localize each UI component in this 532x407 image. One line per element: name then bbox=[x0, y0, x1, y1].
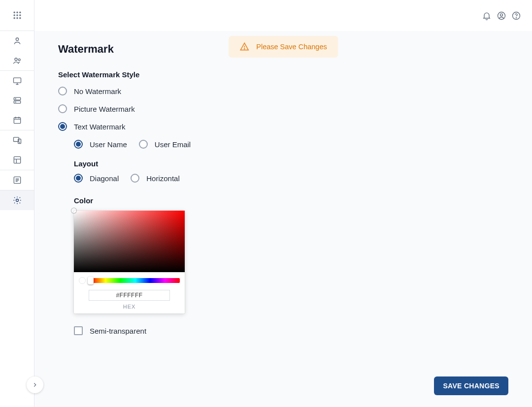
sidebar-item-calendar[interactable] bbox=[0, 110, 34, 130]
help-circle-icon bbox=[511, 11, 521, 21]
hex-label: HEX bbox=[79, 304, 180, 310]
svg-point-27 bbox=[516, 17, 517, 18]
radio-label: Horizontal bbox=[146, 174, 180, 183]
svg-point-23 bbox=[16, 199, 18, 202]
radio-user-email[interactable]: User Email bbox=[139, 140, 191, 149]
svg-point-15 bbox=[15, 98, 16, 99]
radio-label: Text Watermark bbox=[74, 123, 125, 131]
radio-label: User Name bbox=[90, 140, 127, 149]
radio-label: Picture Watermark bbox=[74, 105, 135, 113]
radio-diagonal[interactable]: Diagonal bbox=[74, 174, 119, 183]
hex-input[interactable] bbox=[89, 290, 170, 301]
radio-indicator bbox=[74, 174, 83, 183]
bell-icon bbox=[482, 11, 492, 21]
save-changes-button[interactable]: SAVE CHANGES bbox=[434, 376, 508, 395]
svg-rect-21 bbox=[14, 157, 20, 163]
sidebar-item-devices[interactable] bbox=[0, 130, 34, 150]
sidebar-item-server[interactable] bbox=[0, 91, 34, 110]
main: Please Save Changes Watermark Select Wat… bbox=[34, 0, 532, 407]
radio-indicator bbox=[58, 104, 67, 113]
monitor-icon bbox=[12, 76, 22, 86]
svg-point-20 bbox=[19, 142, 20, 143]
sidebar-expand-button[interactable] bbox=[27, 376, 43, 393]
svg-rect-14 bbox=[14, 101, 20, 103]
saturation-cursor[interactable] bbox=[71, 208, 76, 213]
text-watermark-options: User Name User Email Layout Diagonal bbox=[74, 140, 508, 335]
svg-point-8 bbox=[19, 18, 20, 19]
svg-point-5 bbox=[19, 15, 20, 16]
app-root: Please Save Changes Watermark Select Wat… bbox=[0, 0, 532, 407]
account-button[interactable] bbox=[496, 10, 507, 22]
section-watermark-style-label: Select Watermark Style bbox=[58, 70, 508, 79]
checkbox-indicator bbox=[74, 326, 83, 335]
server-icon bbox=[12, 95, 22, 105]
radio-indicator bbox=[74, 140, 83, 149]
svg-point-11 bbox=[18, 59, 20, 61]
radio-label: User Email bbox=[155, 140, 191, 149]
svg-point-16 bbox=[15, 102, 16, 102]
radio-indicator bbox=[58, 87, 67, 95]
svg-point-2 bbox=[19, 12, 20, 13]
layout-icon bbox=[12, 155, 22, 165]
color-swatch bbox=[79, 277, 86, 284]
color-saturation-area[interactable] bbox=[74, 211, 185, 272]
radio-indicator bbox=[58, 122, 67, 131]
color-picker: HEX bbox=[74, 211, 185, 313]
content: Please Save Changes Watermark Select Wat… bbox=[34, 31, 532, 371]
banner-text: Please Save Changes bbox=[256, 43, 327, 51]
radio-text-watermark[interactable]: Text Watermark bbox=[58, 122, 508, 131]
svg-point-10 bbox=[15, 58, 17, 61]
sidebar-item-users[interactable] bbox=[0, 51, 34, 70]
hue-thumb[interactable] bbox=[88, 277, 94, 284]
devices-icon bbox=[12, 135, 22, 145]
hue-slider[interactable] bbox=[91, 278, 180, 283]
notifications-button[interactable] bbox=[481, 10, 493, 22]
svg-point-28 bbox=[244, 49, 245, 49]
topbar bbox=[34, 0, 532, 31]
svg-point-4 bbox=[16, 15, 17, 16]
radio-label: Diagonal bbox=[90, 174, 119, 183]
svg-point-3 bbox=[14, 15, 15, 16]
checkbox-semi-transparent[interactable]: Semi-transparent bbox=[74, 326, 508, 335]
svg-point-7 bbox=[16, 18, 17, 19]
svg-point-9 bbox=[16, 38, 18, 40]
footer: SAVE CHANGES bbox=[34, 371, 532, 407]
user-circle-icon bbox=[497, 11, 506, 21]
radio-label: No Watermark bbox=[74, 87, 121, 95]
sidebar bbox=[0, 0, 34, 407]
sidebar-item-user[interactable] bbox=[0, 31, 34, 51]
radio-indicator bbox=[131, 174, 139, 183]
users-icon bbox=[12, 56, 22, 65]
svg-point-0 bbox=[14, 12, 15, 13]
sidebar-item-settings[interactable] bbox=[0, 190, 34, 210]
radio-indicator bbox=[139, 140, 148, 149]
radio-user-name[interactable]: User Name bbox=[74, 140, 127, 149]
svg-rect-17 bbox=[14, 118, 20, 124]
radio-no-watermark[interactable]: No Watermark bbox=[58, 87, 508, 95]
radio-horizontal[interactable]: Horizontal bbox=[131, 174, 180, 183]
gear-icon bbox=[12, 195, 22, 205]
sidebar-item-apps[interactable] bbox=[0, 0, 34, 31]
sidebar-item-layout[interactable] bbox=[0, 150, 34, 170]
warning-icon bbox=[239, 42, 249, 52]
sidebar-item-monitor[interactable] bbox=[0, 71, 34, 91]
grid-icon bbox=[12, 10, 22, 20]
radio-picture-watermark[interactable]: Picture Watermark bbox=[58, 104, 508, 113]
sidebar-item-list[interactable] bbox=[0, 170, 34, 190]
checkbox-label: Semi-transparent bbox=[90, 327, 146, 335]
section-layout-label: Layout bbox=[74, 159, 508, 168]
svg-rect-12 bbox=[13, 78, 21, 83]
svg-rect-13 bbox=[14, 97, 20, 100]
svg-point-1 bbox=[16, 12, 17, 13]
calendar-icon bbox=[12, 115, 22, 125]
list-icon bbox=[12, 175, 22, 185]
section-color-label: Color bbox=[74, 196, 508, 205]
help-button[interactable] bbox=[510, 10, 522, 22]
chevron-right-icon bbox=[32, 381, 38, 388]
save-changes-banner: Please Save Changes bbox=[229, 36, 338, 58]
user-icon bbox=[12, 36, 22, 46]
svg-point-25 bbox=[500, 13, 503, 16]
svg-point-6 bbox=[14, 18, 15, 19]
